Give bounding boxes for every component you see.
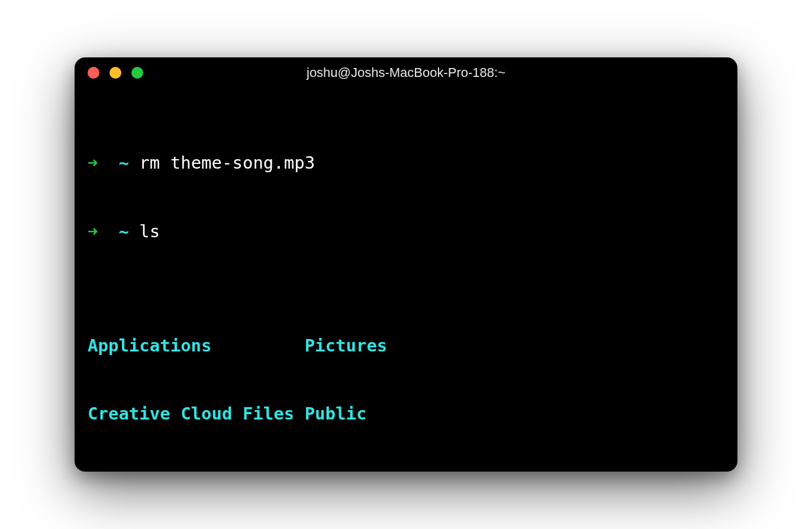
directory-entry: Creative Cloud Files	[88, 402, 305, 425]
prompt-arrow-icon: ➜	[88, 221, 98, 241]
directory-entry: Applications	[88, 334, 305, 357]
directory-entry: Public	[305, 402, 367, 425]
command-2: ls	[139, 221, 160, 241]
minimize-icon[interactable]	[109, 67, 121, 79]
ls-output: ApplicationsPictures Creative Cloud File…	[88, 289, 724, 472]
prompt-arrow-icon: ➜	[88, 153, 98, 173]
title-bar: joshu@Joshs-MacBook-Pro-188:~	[75, 57, 737, 88]
command-1: rm theme-song.mp3	[139, 153, 315, 173]
directory-entry: Pictures	[305, 334, 388, 357]
terminal-window: joshu@Joshs-MacBook-Pro-188:~ ➜ ~ rm the…	[75, 57, 737, 472]
list-item: Creative Cloud FilesPublic	[88, 402, 724, 425]
directory-entry: blender	[305, 471, 377, 472]
maximize-icon[interactable]	[131, 67, 143, 79]
prompt-line-1: ➜ ~ rm theme-song.mp3	[88, 151, 724, 175]
terminal-body[interactable]: ➜ ~ rm theme-song.mp3 ➜ ~ ls Application…	[75, 88, 737, 472]
prompt-line-2: ➜ ~ ls	[88, 220, 724, 243]
close-icon[interactable]	[88, 67, 99, 79]
list-item: ApplicationsPictures	[88, 334, 724, 357]
prompt-cwd: ~	[118, 153, 128, 173]
window-title: joshu@Joshs-MacBook-Pro-188:~	[75, 65, 737, 80]
directory-entry: Desktop	[88, 471, 305, 472]
traffic-lights	[88, 67, 143, 79]
list-item: Desktopblender	[88, 471, 724, 472]
prompt-cwd: ~	[118, 221, 128, 241]
